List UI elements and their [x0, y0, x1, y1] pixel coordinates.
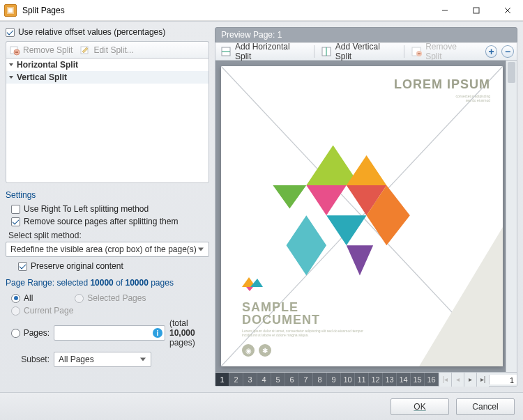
page-canvas[interactable]: LOREM IPSUM consectetur adipiscingsed do…: [221, 66, 503, 366]
subset-label: Subset:: [11, 355, 50, 364]
rtl-checkbox[interactable]: Use Right To Left splitting method: [11, 204, 209, 214]
preview-remove-label: Remove Split: [425, 42, 473, 61]
decor-grey-triangle: [419, 227, 503, 366]
tools-icon: ✱: [259, 344, 271, 357]
pager-last-button[interactable]: ▸|: [476, 373, 489, 387]
maximize-button[interactable]: [460, 0, 492, 21]
remove-source-checkbox[interactable]: Remove source pages after splitting them: [11, 217, 209, 226]
close-button[interactable]: [492, 0, 523, 21]
svg-marker-21: [306, 185, 347, 215]
page-thumb[interactable]: 12: [369, 373, 383, 386]
radio-icon: [11, 329, 20, 338]
subset-value: All Pages: [59, 355, 94, 364]
zoom-in-button[interactable]: +: [485, 45, 498, 58]
pager-next-button[interactable]: ▸: [464, 373, 476, 387]
range-current-radio[interactable]: Current Page: [11, 306, 209, 316]
remove-split-button[interactable]: Remove Split: [9, 45, 73, 56]
pager-first-button[interactable]: |◂: [439, 373, 451, 387]
edit-split-button[interactable]: Edit Split...: [79, 45, 133, 56]
edit-split-label: Edit Split...: [93, 45, 133, 55]
range-pages-radio[interactable]: Pages:: [11, 328, 50, 338]
range-current-label: Current Page: [24, 306, 73, 316]
range-selected-label: Selected Pages: [87, 293, 146, 303]
page-thumb[interactable]: 8: [313, 373, 327, 386]
page-thumb[interactable]: 3: [243, 373, 257, 386]
dialog-footer: OK Cancel: [0, 392, 523, 420]
edit-split-icon: [79, 45, 91, 56]
page-thumb[interactable]: 14: [397, 373, 411, 386]
radio-icon: [11, 294, 20, 303]
page-range-header: Page Range: selected 10000 of 10000 page…: [6, 278, 209, 288]
pages-total-label: (total 10,000 pages): [169, 318, 209, 348]
page-thumb[interactable]: 9: [327, 373, 341, 386]
svg-marker-27: [347, 245, 373, 275]
doc-brand: LOREM IPSUM consectetur adipiscingsed do…: [394, 77, 490, 102]
svg-marker-25: [326, 215, 367, 245]
tangram-art: [263, 122, 423, 282]
checkbox-icon: [18, 262, 27, 271]
cancel-button[interactable]: Cancel: [456, 398, 515, 415]
preview-remove-split-button[interactable]: Remove Split: [409, 44, 476, 59]
split-method-dropdown[interactable]: Redefine the visible area (crop box) of …: [6, 242, 209, 257]
window-title: Split Pages: [22, 6, 429, 15]
page-thumb[interactable]: 7: [299, 373, 313, 386]
preserve-original-checkbox[interactable]: Preserve original content: [18, 261, 209, 271]
svg-marker-26: [287, 215, 327, 275]
range-all-radio[interactable]: All: [11, 293, 33, 303]
remove-split-label: Remove Split: [23, 45, 73, 55]
page-thumb[interactable]: 2: [229, 373, 243, 386]
svg-marker-22: [347, 155, 387, 185]
tree-row-label: Horizontal Split: [17, 60, 78, 70]
radio-icon: [11, 306, 20, 316]
svg-marker-20: [273, 185, 306, 209]
page-thumb[interactable]: 11: [355, 373, 369, 386]
page-thumb[interactable]: 5: [271, 373, 285, 386]
svg-rect-1: [8, 8, 13, 13]
doc-footer-icons: ◉ ✱: [242, 344, 271, 357]
minimize-button[interactable]: [429, 0, 460, 21]
use-relative-offsets-label: Use relative offset values (percentages): [18, 27, 165, 37]
add-vertical-split-button[interactable]: Add Vertical Split: [319, 44, 400, 59]
subset-dropdown[interactable]: All Pages: [54, 352, 151, 367]
rtl-label: Use Right To Left splitting method: [24, 204, 149, 214]
sample-document-text: SAMPLE DOCUMENT Lorem ipsum dolor sit am…: [242, 301, 367, 337]
page-thumb[interactable]: 10: [341, 373, 355, 386]
pager-prev-button[interactable]: ◂: [451, 373, 464, 387]
splits-toolbar: Remove Split Edit Split...: [6, 41, 209, 58]
tree-row-label: Vertical Split: [17, 72, 67, 82]
ok-button[interactable]: OK: [391, 398, 449, 415]
tree-horizontal-split[interactable]: Horizontal Split: [6, 59, 209, 71]
svg-marker-30: [246, 287, 253, 291]
add-horizontal-split-button[interactable]: Add Horizontal Split: [218, 44, 310, 59]
page-thumb[interactable]: 1: [215, 373, 229, 386]
page-thumb[interactable]: 13: [383, 373, 397, 386]
remove-source-label: Remove source pages after splitting them: [24, 217, 178, 226]
small-mark-icon: [242, 273, 263, 291]
preview-vertical-scrollbar[interactable]: [506, 61, 517, 372]
use-relative-offsets-checkbox[interactable]: Use relative offset values (percentages): [6, 27, 209, 37]
tree-vertical-split[interactable]: Vertical Split: [6, 71, 209, 84]
radio-icon: [75, 294, 84, 303]
zoom-out-button[interactable]: −: [501, 45, 514, 58]
preview-header: Preview Page: 1: [215, 27, 517, 42]
preview-area: LOREM IPSUM consectetur adipiscingsed do…: [215, 61, 517, 373]
splits-tree[interactable]: Horizontal Split Vertical Split: [6, 58, 209, 183]
info-icon[interactable]: i: [153, 328, 162, 338]
page-thumbs-bar: 1 2 3 4 5 6 7 8 9 10 11 12 13 14 15 16 |…: [215, 373, 517, 387]
range-pages-label: Pages:: [24, 328, 50, 338]
settings-header: Settings: [6, 190, 209, 200]
remove-split-icon: [9, 45, 20, 56]
page-thumb[interactable]: 6: [285, 373, 299, 386]
page-thumb[interactable]: 16: [425, 373, 439, 386]
cancel-label: Cancel: [472, 402, 498, 412]
pager-page-input[interactable]: 1: [489, 375, 517, 384]
split-method-label: Select split method:: [8, 231, 209, 240]
checkbox-icon: [11, 205, 20, 214]
page-thumb[interactable]: 4: [257, 373, 271, 386]
page-thumb[interactable]: 15: [411, 373, 425, 386]
add-horizontal-label: Add Horizontal Split: [235, 42, 307, 61]
range-selected-pages-radio[interactable]: Selected Pages: [75, 293, 146, 303]
preserve-original-label: Preserve original content: [31, 261, 123, 271]
checkbox-icon: [11, 217, 20, 226]
pages-input[interactable]: i: [54, 325, 165, 341]
